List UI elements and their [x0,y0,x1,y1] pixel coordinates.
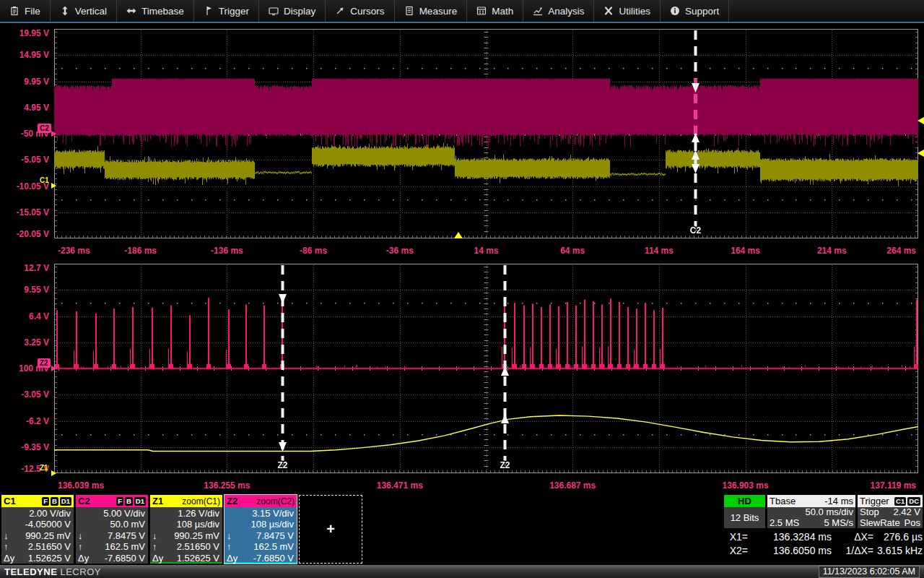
descriptor-row-value: 2.00 V/div [19,508,71,519]
descriptor-body: 1.26 V/div108 µs/div↓990.25 mV↑2.51650 V… [150,507,222,564]
descriptor-badges: FBD1 [42,497,71,506]
descriptor-row-value: 50.0 mV [94,519,145,530]
x-axis-label: 136.255 ms [204,480,250,491]
trigger-box[interactable]: Trigger C1 DC Stop 2.42 V SlewRate Pos [858,495,923,528]
menu-item-trigger[interactable]: Trigger [194,0,259,22]
trigger-mode: Stop [860,507,879,518]
y-axis-label: 19.95 V [0,28,49,38]
menu-item-support[interactable]: Support [661,0,729,22]
descriptor-row: 108 µs/div [152,519,219,530]
menu-item-label: Measure [419,6,458,17]
descriptor-row-glyph: ↓ [227,530,243,541]
menu-item-label: Math [492,6,513,17]
descriptor-row-value: 3.15 V/div [243,508,294,519]
waveform-display: 19.95 V14.95 V9.95 V4.95 V-50 mV-5.05 V-… [0,23,924,493]
menu-item-display[interactable]: Display [259,0,326,22]
descriptor-row: ↑2.51650 V [4,541,71,552]
descriptor-row-value: 1.26 V/div [168,508,219,519]
descriptor-row: ↑162.5 mV [78,541,145,552]
menu-item-math[interactable]: Math [467,0,523,22]
top-grid-canvas[interactable] [54,29,918,238]
descriptor-row: 108 µs/div [227,519,294,530]
status-bar: TELEDYNE LECROY 11/13/2023 6:02:05 AM [0,565,924,578]
dx-value: 276.6 µs [873,531,923,543]
descriptor-row-glyph [78,508,94,519]
menu-item-measure[interactable]: Measure [395,0,468,22]
display-icon [269,6,279,16]
menu-bar: FileVerticalTimebaseTriggerDisplayCursor… [0,0,924,23]
descriptor-source: zoom(C2) [256,496,295,506]
menu-item-timebase[interactable]: Timebase [117,0,194,22]
x-axis-label: 137.119 ms [871,480,916,491]
channel-offset-marker-z1[interactable]: Z1 [38,463,51,473]
y-axis-label: 9.95 V [0,77,49,87]
menu-item-cursors[interactable]: Cursors [326,0,394,22]
descriptor-row: ↓7.8475 V [227,530,294,541]
bottom-grid-canvas[interactable] [54,264,918,473]
descriptor-row-glyph: Δy [78,553,94,564]
descriptor-row-glyph [4,519,19,530]
x2-value: 136.6050 ms [748,545,832,556]
datetime: 11/13/2023 6:02:05 AM [819,566,920,578]
descriptor-row-value: 1.52625 V [19,553,71,564]
channel-marker-arrow [51,366,56,371]
descriptor-c2[interactable]: C2FBD15.00 V/div50.0 mV↓7.8475 V↑162.5 m… [76,495,148,564]
menu-item-analysis[interactable]: Analysis [523,0,594,22]
descriptor-body: 2.00 V/div-4.05000 V↓990.25 mV↑2.51650 V… [1,507,74,564]
descriptor-row: Δy-7.6850 V [227,553,294,564]
menu-item-label: Trigger [219,6,249,17]
x-axis-label: 164 ms [731,246,760,256]
descriptor-row-value: 1.52625 V [168,553,219,564]
cursor-readout-line1: X1= 136.3284 ms ΔX= 276.6 µs [722,531,923,543]
descriptor-row-value: 990.25 mV [168,530,219,541]
descriptor-title: Z1 [152,496,163,506]
tbase-title: Tbase [770,496,796,506]
invdx-label: 1/ΔX= [832,545,873,556]
channel-offset-marker-c2[interactable]: C2 [38,124,51,133]
x-axis-label: -186 ms [124,246,157,256]
hd-header: HD [724,495,765,507]
descriptor-row: 50.0 mV [78,519,145,530]
menu-item-utilities[interactable]: Utilities [594,0,661,22]
descriptor-c1[interactable]: C1FBD12.00 V/div-4.05000 V↓990.25 mV↑2.5… [1,495,74,564]
descriptor-row-value: 990.25 mV [19,530,71,541]
utilities-icon [603,6,614,16]
tbase-delay: -14 ms [824,496,853,506]
descriptor-row: ↓990.25 mV [4,530,71,541]
timebase-box[interactable]: Tbase -14 ms 50.0 ms/div 2.5 MS 5 MS/s [767,495,855,528]
cursor-readout-line2: X2= 136.6050 ms 1/ΔX= 3.615 kHz [722,545,923,556]
trigger-slope: Pos [905,518,920,529]
descriptor-row: 2.00 V/div [4,508,71,519]
descriptor-row-glyph: ↑ [227,541,243,552]
descriptor-header: C1FBD1 [1,495,74,507]
x-axis-label: 136.471 ms [377,480,423,491]
menu-item-label: Cursors [350,6,384,17]
tbase-samples: 2.5 MS [770,518,799,529]
descriptor-z2[interactable]: Z2zoom(C2)3.15 V/div108 µs/div↓7.8475 V↑… [225,495,297,564]
y-axis-label: -5.05 V [0,155,49,165]
x1-value: 136.3284 ms [748,531,832,543]
badge-f: F [42,497,49,506]
descriptor-z1[interactable]: Z1zoom(C1)1.26 V/div108 µs/div↓990.25 mV… [150,495,222,564]
trigger-level-marker[interactable] [918,117,924,124]
channel-offset-marker-c1[interactable]: C1 [38,176,51,185]
invdx-value: 3.615 kHz [873,545,923,556]
badge-b: B [51,497,58,506]
math-icon [476,6,487,16]
descriptor-row-glyph: ↑ [152,541,168,552]
x-axis-label: 64 ms [560,246,585,256]
x-axis-label: 136.903 ms [723,480,769,491]
descriptor-row-value: 162.5 mV [94,541,145,552]
descriptor-row-glyph [227,508,243,519]
add-trace-slot[interactable]: + [299,495,362,564]
descriptor-row-value: 7.8475 V [243,530,294,541]
descriptor-row: ↑162.5 mV [227,541,294,552]
menu-item-vertical[interactable]: Vertical [51,0,117,22]
channel-offset-marker-z2[interactable]: Z2 [38,358,51,368]
descriptor-row: 3.15 V/div [227,508,294,519]
menu-item-file[interactable]: File [0,0,51,22]
trigger-level-marker[interactable] [918,150,924,157]
hd-box[interactable]: HD 12 Bits [724,495,765,528]
x-axis-label: -36 ms [386,246,414,256]
x-axis-label: 264 ms [886,246,916,256]
